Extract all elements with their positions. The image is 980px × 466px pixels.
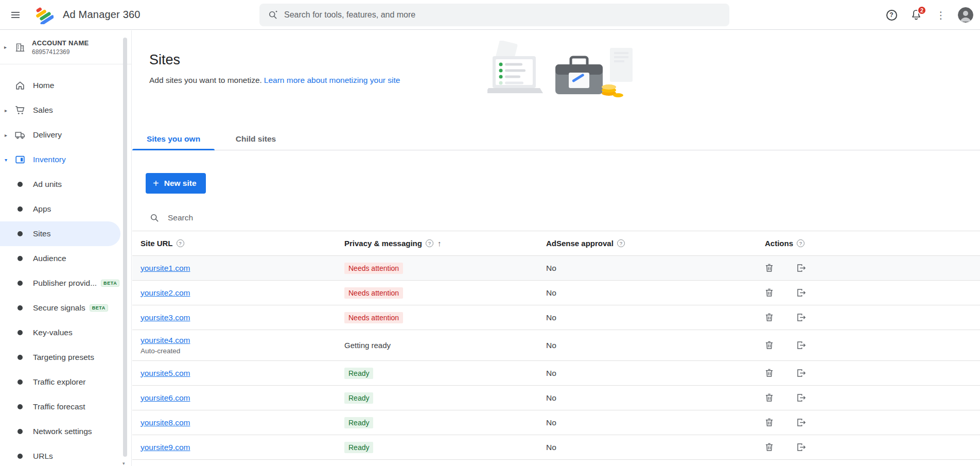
trash-icon: [764, 368, 775, 378]
sidebar-item-label: Home: [33, 81, 54, 90]
column-header-actions: Actions ?: [757, 239, 980, 248]
help-icon[interactable]: ?: [426, 239, 433, 247]
actions-row: + New site: [146, 173, 980, 194]
sidebar-item-delivery[interactable]: ▸ Delivery: [0, 123, 131, 147]
main-content: Sites Add sites you want to monetize.Lea…: [132, 30, 980, 466]
delete-site-button[interactable]: [762, 286, 776, 300]
adsense-approval-value: No: [538, 341, 757, 350]
sidebar-item-targeting-presets[interactable]: Targeting presets: [0, 345, 131, 370]
sidebar-item-ad-units[interactable]: Ad units: [0, 172, 131, 197]
exit-arrow-icon: [796, 287, 807, 298]
export-site-button[interactable]: [794, 440, 808, 455]
trash-icon: [764, 442, 775, 453]
account-switcher[interactable]: ▸ ACCOUNT NAME 68957412369: [0, 30, 131, 64]
sidebar-item-traffic-forecast[interactable]: Traffic forecast: [0, 394, 131, 419]
sidebar-item-urls[interactable]: URLs: [0, 444, 131, 466]
overflow-menu-button[interactable]: ⋮: [931, 5, 951, 25]
site-url-link[interactable]: yoursite2.com: [141, 288, 190, 297]
site-url-link[interactable]: yoursite1.com: [141, 264, 190, 272]
hamburger-menu-button[interactable]: [4, 4, 27, 26]
sidebar-item-traffic-explorer[interactable]: Traffic explorer: [0, 370, 131, 394]
sidebar-item-audience[interactable]: Audience: [0, 246, 131, 271]
export-site-button[interactable]: [794, 261, 808, 275]
tab-child-sites[interactable]: Child sites: [215, 128, 297, 150]
export-site-button[interactable]: [794, 416, 808, 430]
delete-site-button[interactable]: [762, 310, 776, 325]
help-icon[interactable]: ?: [617, 239, 625, 247]
delete-site-button[interactable]: [762, 440, 776, 455]
table-row: yoursite4.com Auto-created Getting ready…: [132, 330, 980, 361]
learn-more-link[interactable]: Learn more about monetizing your site: [264, 76, 400, 84]
sidebar-item-apps[interactable]: Apps: [0, 197, 131, 221]
table-row: yoursite5.com Ready No: [132, 361, 980, 386]
brand: Ad Manager 360: [33, 6, 141, 24]
export-site-button[interactable]: [794, 286, 808, 300]
sidebar-item-label: Ad units: [33, 180, 62, 189]
avatar: [958, 7, 973, 23]
table-search-input[interactable]: [168, 213, 980, 222]
new-site-button[interactable]: + New site: [146, 173, 206, 194]
adsense-approval-value: No: [538, 264, 757, 273]
site-url-link[interactable]: yoursite6.com: [141, 393, 190, 402]
bullet-icon: [18, 231, 23, 236]
sidebar-item-label: URLs: [33, 452, 53, 461]
adsense-approval-value: No: [538, 313, 757, 322]
sidebar-item-inventory[interactable]: ▾ Inventory: [0, 147, 131, 172]
help-button[interactable]: ?: [881, 5, 902, 25]
chevron-down-icon[interactable]: ▾: [5, 157, 7, 163]
adsense-approval-value: No: [538, 393, 757, 403]
export-site-button[interactable]: [794, 391, 808, 405]
topbar-actions: ? 2 ⋮: [881, 0, 976, 30]
account-avatar-button[interactable]: [955, 5, 976, 25]
chevron-right-icon[interactable]: ▸: [5, 108, 7, 113]
sidebar-item-label: Secure signals: [33, 303, 85, 313]
sidebar-item-home[interactable]: Home: [0, 73, 131, 98]
bullet-icon: [18, 305, 23, 310]
global-search[interactable]: [259, 4, 729, 26]
column-header-adsense-approval[interactable]: AdSense approval ?: [538, 239, 757, 248]
tab-sites-you-own[interactable]: Sites you own: [132, 128, 215, 150]
export-site-button[interactable]: [794, 366, 808, 381]
bullet-icon: [18, 404, 23, 409]
site-url-link[interactable]: yoursite8.com: [141, 418, 190, 427]
table-row: yoursite9.com Ready No: [132, 435, 980, 460]
site-url-link[interactable]: yoursite3.com: [141, 313, 190, 322]
site-note: Auto-created: [141, 347, 336, 355]
sidebar-item-network-settings[interactable]: Network settings: [0, 419, 131, 444]
column-header-site-url[interactable]: Site URL ?: [132, 239, 336, 248]
column-header-privacy-messaging[interactable]: Privacy & messaging ? ↑: [336, 239, 538, 248]
sidebar-item-sales[interactable]: ▸ Sales: [0, 98, 131, 123]
sidebar-item-publisher-provided[interactable]: Publisher provid... BETA: [0, 271, 131, 296]
home-icon: [14, 79, 26, 92]
help-icon[interactable]: ?: [797, 239, 804, 247]
sidebar-item-secure-signals[interactable]: Secure signals BETA: [0, 296, 131, 320]
global-search-input[interactable]: [284, 10, 721, 20]
column-label: Privacy & messaging: [344, 239, 422, 248]
truck-icon: [14, 129, 26, 141]
search-icon: [149, 213, 160, 223]
sidebar-item-sites[interactable]: Sites: [0, 221, 120, 246]
delete-site-button[interactable]: [762, 391, 776, 405]
site-url-link[interactable]: yoursite4.com: [141, 336, 190, 344]
sidebar-item-label: Network settings: [33, 427, 92, 436]
chevron-right-icon[interactable]: ▸: [5, 132, 7, 138]
beta-badge: BETA: [90, 304, 108, 312]
site-url-link[interactable]: yoursite9.com: [141, 443, 190, 452]
sidebar-item-label: Traffic explorer: [33, 377, 86, 387]
delete-site-button[interactable]: [762, 261, 776, 275]
sidebar-item-key-values[interactable]: Key-values: [0, 320, 131, 345]
notifications-button[interactable]: 2: [906, 5, 926, 25]
delete-site-button[interactable]: [762, 366, 776, 381]
sidebar-scrollbar[interactable]: [123, 38, 127, 457]
help-icon[interactable]: ?: [177, 239, 184, 247]
sidebar-item-label: Targeting presets: [33, 353, 94, 362]
sidebar-item-label: Traffic forecast: [33, 402, 85, 411]
site-url-link[interactable]: yoursite5.com: [141, 369, 190, 377]
export-site-button[interactable]: [794, 310, 808, 325]
sort-ascending-icon[interactable]: ↑: [437, 239, 442, 248]
delete-site-button[interactable]: [762, 338, 776, 353]
delete-site-button[interactable]: [762, 416, 776, 430]
bullet-icon: [18, 355, 23, 360]
export-site-button[interactable]: [794, 338, 808, 353]
scroll-down-icon[interactable]: ▾: [122, 461, 125, 466]
